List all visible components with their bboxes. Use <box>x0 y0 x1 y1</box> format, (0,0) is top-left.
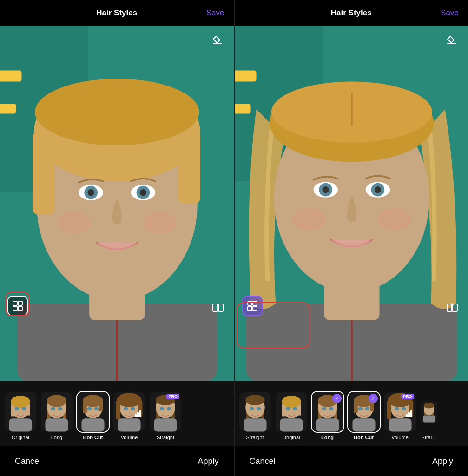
svg-point-91 <box>292 208 326 231</box>
svg-rect-12 <box>33 132 55 215</box>
left-label-volume: Volume <box>121 435 138 440</box>
right-save-button[interactable]: Save <box>441 8 459 18</box>
svg-rect-135 <box>387 400 391 420</box>
right-long-check: ✓ <box>332 394 342 403</box>
svg-rect-33 <box>11 408 14 416</box>
svg-rect-4 <box>0 104 16 113</box>
right-volume-stats-icon <box>404 409 414 419</box>
svg-point-17 <box>88 189 94 196</box>
left-style-long[interactable]: Long <box>40 391 73 440</box>
right-thumb-volume: PRO <box>383 391 417 433</box>
svg-rect-51 <box>81 418 104 431</box>
svg-rect-26 <box>13 301 17 305</box>
left-multiselect-button[interactable] <box>7 296 28 316</box>
svg-rect-34 <box>26 408 30 416</box>
left-styles-strip[interactable]: Original Long <box>0 381 234 446</box>
svg-rect-35 <box>9 418 32 431</box>
right-style-volume[interactable]: PRO Volume <box>383 391 417 440</box>
right-compare-svg <box>446 301 459 314</box>
svg-point-87 <box>322 186 329 193</box>
svg-point-92 <box>377 208 411 231</box>
svg-point-107 <box>256 407 260 411</box>
eraser-svg <box>211 33 224 46</box>
svg-point-106 <box>249 407 253 411</box>
right-style-straight-last[interactable]: Strai... <box>420 391 438 440</box>
left-straight-pro-badge: PRO <box>166 394 179 399</box>
left-style-straight[interactable]: PRO Straight <box>149 391 182 440</box>
left-thumb-long <box>40 391 73 433</box>
right-header: Hair Styles Save <box>235 0 468 26</box>
svg-point-90 <box>374 186 381 193</box>
right-image-area <box>235 26 468 381</box>
right-thumb-straight-last <box>420 391 438 433</box>
left-save-button[interactable]: Save <box>206 8 224 18</box>
left-style-bob[interactable]: Bob Cut <box>76 391 110 440</box>
svg-point-56 <box>117 393 142 407</box>
svg-rect-75 <box>235 71 257 82</box>
svg-point-131 <box>365 407 369 411</box>
left-thumb-original <box>4 391 37 433</box>
right-style-original[interactable]: Original <box>275 391 308 440</box>
right-eraser-svg <box>446 33 459 46</box>
svg-rect-62 <box>135 414 137 417</box>
right-style-bob[interactable]: ✓ Bob Cut <box>347 391 381 440</box>
svg-point-71 <box>160 407 164 411</box>
svg-point-122 <box>322 407 326 411</box>
svg-rect-129 <box>352 418 375 431</box>
left-label-straight: Straight <box>157 435 174 440</box>
stats-svg <box>134 410 142 418</box>
svg-point-36 <box>15 407 19 411</box>
right-thumb-bob: ✓ <box>347 391 381 433</box>
svg-rect-13 <box>178 132 200 204</box>
left-cancel-button[interactable]: Cancel <box>15 456 41 466</box>
right-cancel-button[interactable]: Cancel <box>250 456 276 466</box>
svg-point-37 <box>22 407 26 411</box>
svg-rect-57 <box>116 400 120 420</box>
svg-point-114 <box>285 407 290 411</box>
svg-rect-148 <box>423 416 435 423</box>
svg-rect-64 <box>139 410 141 417</box>
right-multiselect-svg <box>247 300 258 311</box>
svg-rect-94 <box>453 304 457 311</box>
right-multiselect-button[interactable] <box>242 296 263 316</box>
left-style-original[interactable]: Original <box>4 391 37 440</box>
left-compare-icon[interactable] <box>210 299 226 316</box>
left-title: Hair Styles <box>96 8 137 18</box>
left-bottom-bar: Cancel Apply <box>0 446 234 476</box>
left-thumb-straight: PRO <box>149 391 182 433</box>
right-style-long[interactable]: ✓ Long <box>311 391 344 440</box>
svg-rect-142 <box>410 410 412 417</box>
right-erase-icon[interactable] <box>444 32 461 48</box>
svg-rect-59 <box>118 418 140 431</box>
left-style-volume[interactable]: Volume <box>112 391 146 440</box>
svg-point-104 <box>245 395 265 405</box>
svg-rect-121 <box>316 418 339 431</box>
multiselect-svg <box>12 300 23 311</box>
right-style-straight-first[interactable]: Straight <box>238 391 272 440</box>
svg-rect-49 <box>83 401 87 413</box>
svg-rect-137 <box>389 418 411 431</box>
right-bob-check: ✓ <box>369 394 378 403</box>
left-volume-stats-icon <box>133 409 143 419</box>
left-label-bob: Bob Cut <box>83 435 103 440</box>
right-stats-svg <box>405 410 413 418</box>
right-apply-button[interactable]: Apply <box>432 456 453 466</box>
svg-rect-77 <box>235 104 251 113</box>
right-thumb-original <box>275 391 308 433</box>
svg-rect-93 <box>447 304 452 311</box>
left-image-area <box>0 26 234 381</box>
svg-rect-140 <box>406 414 408 417</box>
svg-rect-27 <box>18 301 22 305</box>
svg-rect-113 <box>280 418 303 431</box>
left-apply-button[interactable]: Apply <box>198 456 218 466</box>
right-compare-icon[interactable] <box>444 299 461 316</box>
svg-rect-63 <box>137 412 139 417</box>
svg-point-138 <box>394 407 398 411</box>
svg-rect-98 <box>248 306 252 311</box>
right-label-straight-first: Straight <box>246 435 264 440</box>
svg-point-22 <box>143 212 177 234</box>
svg-rect-43 <box>45 418 68 431</box>
left-erase-icon[interactable] <box>210 32 226 48</box>
right-styles-strip[interactable]: Straight Orig <box>235 381 468 446</box>
right-thumb-stra-img <box>421 392 437 432</box>
